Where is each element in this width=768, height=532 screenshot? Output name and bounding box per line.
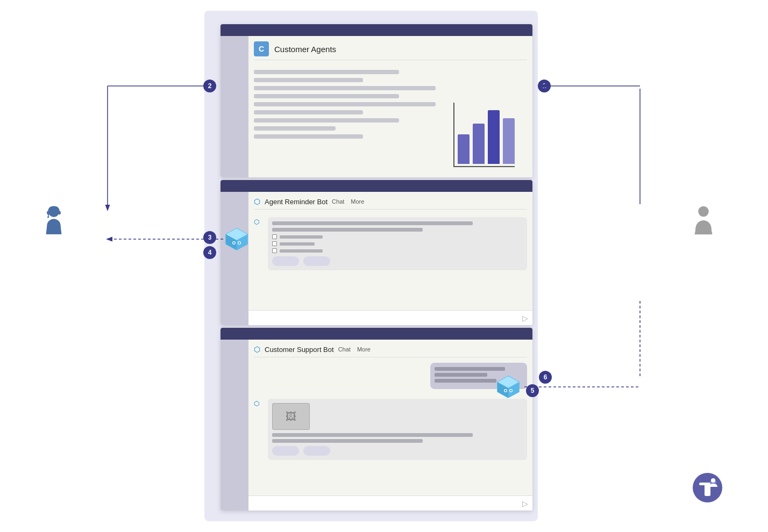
btn-row	[272, 256, 523, 266]
sidebar-3	[221, 340, 248, 511]
bubble-line	[435, 367, 505, 371]
text-line	[254, 134, 363, 139]
bot-icon-2: ⬡	[254, 197, 260, 206]
bar-1	[458, 134, 470, 164]
w1-chart	[441, 68, 527, 171]
headset-icon	[37, 204, 71, 239]
chat-input-2[interactable]: ▷	[248, 310, 532, 325]
bot-cube-1	[223, 226, 250, 253]
bot-msg-content-2	[268, 217, 527, 270]
titlebar-1	[221, 24, 532, 36]
mini-btn-3a[interactable]	[272, 446, 299, 456]
btn-row-3	[272, 446, 523, 456]
sidebar-2	[221, 192, 248, 325]
w3-line	[272, 439, 423, 443]
bot-title-3: Customer Support Bot	[265, 346, 334, 354]
bot-tabs-3: Chat More	[338, 346, 371, 353]
svg-point-3	[47, 216, 49, 218]
step-badge-1: 1	[538, 80, 551, 92]
msg-line	[272, 228, 423, 232]
tab-chat-2[interactable]: Chat	[332, 198, 344, 205]
text-line	[254, 78, 363, 82]
svg-rect-23	[705, 483, 710, 496]
bot-cube-2	[495, 373, 522, 400]
customer-person	[687, 204, 720, 236]
check-item	[272, 248, 523, 253]
content-2: ⬡ Agent Reminder Bot Chat More ⬡	[248, 192, 532, 325]
send-icon-3: ▷	[522, 499, 528, 508]
bot-title-2: Agent Reminder Bot	[265, 198, 328, 206]
svg-rect-2	[58, 211, 61, 214]
center-panel: C Customer Agents	[204, 11, 538, 521]
svg-point-4	[698, 206, 709, 217]
diagram-canvas: C Customer Agents	[0, 0, 768, 532]
content-1: C Customer Agents	[248, 36, 532, 177]
tab-more-2[interactable]: More	[351, 198, 364, 205]
bubble-line	[435, 373, 487, 377]
titlebar-2	[221, 180, 532, 192]
text-line	[254, 102, 436, 106]
check-text	[280, 235, 323, 239]
step-badge-3: 3	[203, 231, 216, 244]
checkbox	[272, 241, 277, 246]
bot-msg-icon-3: ⬡	[254, 400, 264, 409]
user-bubble-area	[254, 363, 527, 393]
teams-icon	[693, 473, 722, 502]
checkbox	[272, 248, 277, 253]
check-item	[272, 234, 523, 239]
mini-btn-3b[interactable]	[303, 446, 330, 456]
window-customer-support-bot: ⬡ Customer Support Bot Chat More	[221, 328, 532, 511]
chat-input-3[interactable]: ▷	[248, 495, 532, 511]
svg-point-20	[510, 390, 512, 392]
step-badge-6: 6	[539, 371, 552, 384]
step-badge-2: 2	[203, 80, 216, 92]
bubble-line	[435, 379, 496, 383]
check-text	[280, 249, 323, 253]
svg-point-25	[711, 478, 715, 483]
svg-point-11	[233, 242, 235, 244]
image-icon: 🖼	[286, 411, 296, 423]
w3-line	[272, 433, 473, 437]
titlebar-3	[221, 328, 532, 340]
bar-2	[473, 124, 485, 164]
window-agent-reminder-bot: ⬡ Agent Reminder Bot Chat More ⬡	[221, 180, 532, 325]
checkbox	[272, 234, 277, 239]
w1-text-col	[254, 68, 436, 171]
image-placeholder: 🖼	[272, 403, 310, 430]
text-line	[254, 118, 399, 123]
checklist	[272, 234, 523, 253]
bar-4	[503, 118, 515, 164]
w3-bot-message: ⬡ 🖼	[254, 399, 527, 460]
window-customer-agents: C Customer Agents	[221, 24, 532, 177]
check-text	[280, 242, 315, 246]
svg-point-19	[505, 390, 507, 392]
text-line	[254, 94, 399, 98]
text-line	[254, 70, 399, 74]
content-3: ⬡ Customer Support Bot Chat More	[248, 340, 532, 511]
w1-title: Customer Agents	[274, 45, 336, 54]
text-line	[254, 126, 336, 131]
send-icon-2: ▷	[522, 314, 528, 322]
check-item	[272, 241, 523, 246]
step-badge-4: 4	[203, 246, 216, 259]
bot-msg-icon-2: ⬡	[254, 218, 264, 228]
bar-chart	[453, 103, 515, 167]
app-icon-c: C	[254, 41, 269, 56]
w1-main	[254, 68, 527, 171]
text-line	[254, 86, 436, 90]
mini-btn-1[interactable]	[272, 256, 299, 266]
text-line	[254, 110, 363, 114]
tab-chat-3[interactable]: Chat	[338, 346, 351, 353]
bot-message-2: ⬡	[254, 217, 527, 270]
agent-person	[37, 204, 71, 239]
sidebar-1	[221, 36, 248, 177]
bot-header-2: ⬡ Agent Reminder Bot Chat More	[254, 197, 527, 210]
mini-btn-2[interactable]	[303, 256, 330, 266]
svg-point-12	[239, 242, 240, 244]
msg-line	[272, 221, 473, 225]
bot-icon-3: ⬡	[254, 345, 260, 354]
tab-more-3[interactable]: More	[357, 346, 371, 353]
w1-header: C Customer Agents	[254, 41, 527, 60]
bar-3	[488, 110, 500, 164]
bot-message-area-2: ⬡	[254, 215, 527, 272]
